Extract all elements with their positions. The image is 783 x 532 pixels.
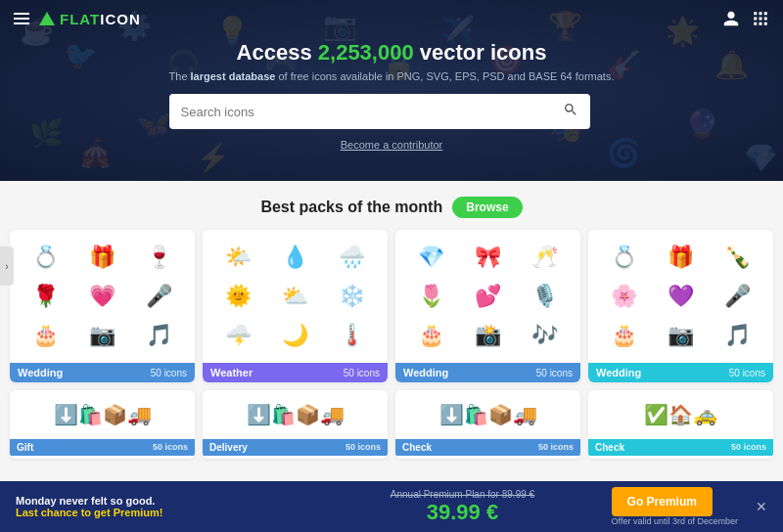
user-icon[interactable]: [722, 10, 740, 27]
become-contributor: Become a contributor: [169, 139, 615, 151]
left-tab[interactable]: ›: [0, 246, 14, 286]
apps-icon[interactable]: [752, 10, 769, 27]
hero-number: 2,253,000: [318, 40, 414, 65]
menu-button[interactable]: [14, 13, 29, 24]
hero-section: ☕ 🐦 ⚙️ 🎧 💡 🎮 📷 🔒 ✈️ 🎯 🏆 🎸 🌟 🔔 🌿 🎪 🦋 ⚡ 🎭 …: [0, 0, 783, 181]
packs-grid-2: ⬇️🛍️📦🚚 Gift50 icons ⬇️🛍️📦🚚 Delivery50 ic…: [10, 390, 773, 459]
browse-button[interactable]: Browse: [452, 197, 522, 218]
promo-original-price: Annual Premium Plan for 89.99 €: [313, 489, 611, 500]
search-input[interactable]: [181, 105, 563, 119]
promo-cta-button[interactable]: Go Premium: [612, 487, 713, 516]
pack-card-small[interactable]: ⬇️🛍️📦🚚 Gift50 icons: [10, 390, 195, 459]
pack-icons: 💎 🎀 🥂 🌷 💕 🎙️ 🎂 📸 🎶: [395, 230, 580, 363]
become-link[interactable]: Become a contributor: [341, 139, 443, 151]
promo-text1: Monday never felt so good.: [16, 495, 313, 507]
search-bar: [169, 94, 590, 129]
pack-card-small[interactable]: ⬇️🛍️📦🚚 Check50 icons: [395, 390, 580, 459]
navbar: FLATICON: [0, 0, 783, 37]
promo-price: 39.99 €: [313, 500, 611, 525]
pack-label: Wedding 50 icons: [588, 363, 773, 382]
search-button[interactable]: [563, 102, 578, 121]
pack-label: Weather 50 icons: [203, 363, 388, 382]
pack-card[interactable]: 💍 🎁 🍷 🌹 💗 🎤 🎂 📷 🎵 Wedding 50 icons: [10, 230, 195, 382]
pack-label: Wedding 50 icons: [395, 363, 580, 382]
promo-center: Annual Premium Plan for 89.99 € 39.99 €: [313, 489, 611, 525]
hero-subtitle: The largest database of free icons avail…: [169, 70, 615, 82]
pack-label: Wedding 50 icons: [10, 363, 195, 382]
promo-close-button[interactable]: ✕: [756, 499, 767, 514]
promo-right: Go Premium Offer valid until 3rd of Dece…: [612, 487, 767, 526]
hero-title: Access 2,253,000 vector icons: [169, 40, 615, 66]
pack-card[interactable]: 💎 🎀 🥂 🌷 💕 🎙️ 🎂 📸 🎶 Wedding 50 icons: [395, 230, 580, 382]
packs-grid: 💍 🎁 🍷 🌹 💗 🎤 🎂 📷 🎵 Wedding 50 icons 🌤️ 💧 …: [10, 230, 773, 382]
logo[interactable]: FLATICON: [39, 11, 141, 27]
main-content: Best packs of the month Browse 💍 🎁 🍷 🌹 💗…: [0, 181, 783, 459]
pack-card[interactable]: 🌤️ 💧 🌧️ 🌞 ⛅ ❄️ 🌩️ 🌙 🌡️ Weather 50 icons: [203, 230, 388, 382]
pack-icons: 🌤️ 💧 🌧️ 🌞 ⛅ ❄️ 🌩️ 🌙 🌡️: [203, 230, 388, 363]
pack-icons: 💍 🎁 🍾 🌸 💜 🎤 🎂 📷 🎵: [588, 230, 773, 363]
navbar-right: [722, 10, 769, 27]
logo-icon: [39, 12, 55, 25]
logo-accent: FLAT: [60, 11, 100, 27]
section-title: Best packs of the month: [260, 199, 442, 216]
promo-banner: Monday never felt so good. Last chance t…: [0, 481, 783, 532]
pack-card-small[interactable]: ⬇️🛍️📦🚚 Delivery50 icons: [203, 390, 388, 459]
pack-card-small[interactable]: ✅🏠🚕 Check50 icons: [588, 390, 773, 459]
pack-icons: 💍 🎁 🍷 🌹 💗 🎤 🎂 📷 🎵: [10, 230, 195, 363]
navbar-left: FLATICON: [14, 11, 141, 27]
promo-left: Monday never felt so good. Last chance t…: [16, 495, 313, 518]
hero-content: Access 2,253,000 vector icons The larges…: [169, 40, 615, 151]
section-header: Best packs of the month Browse: [10, 197, 773, 218]
pack-card[interactable]: 💍 🎁 🍾 🌸 💜 🎤 🎂 📷 🎵 Wedding 50 icons: [588, 230, 773, 382]
logo-text: FLATICON: [60, 11, 141, 27]
promo-text2: Last chance to get Premium!: [16, 507, 313, 518]
promo-expiry: Offer valid until 3rd of December: [612, 516, 738, 526]
